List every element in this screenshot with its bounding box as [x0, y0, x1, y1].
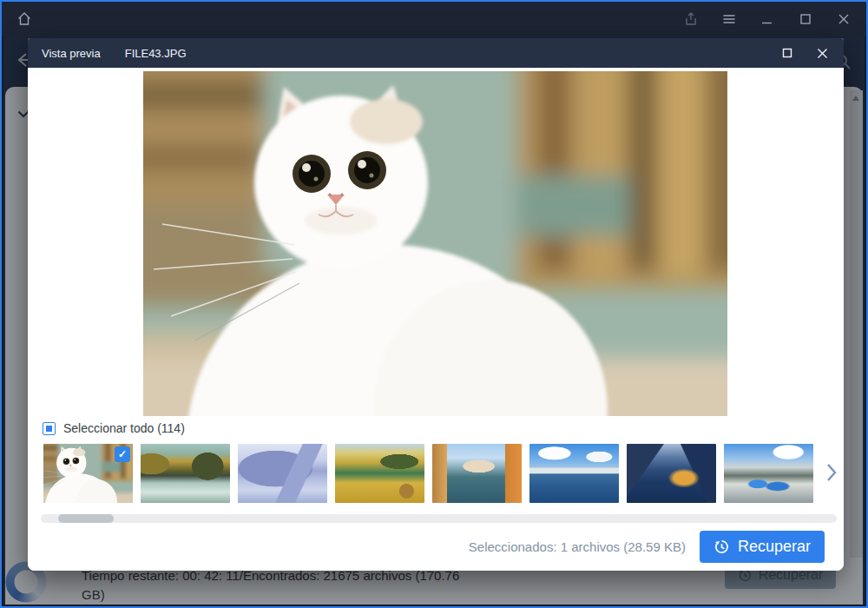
- thumbnail-scrollbar-thumb[interactable]: [58, 514, 114, 523]
- titlebar: [2, 2, 866, 36]
- modal-title: Vista previa: [42, 47, 101, 60]
- menu-icon[interactable]: [720, 10, 738, 28]
- modal-footer: Seleccionados: 1 archivos (28.59 KB) Rec…: [28, 523, 844, 571]
- home-icon[interactable]: [16, 10, 33, 28]
- preview-modal: Vista previa FILE43.JPG Seleccionar todo…: [28, 38, 844, 571]
- recover-button-label: Recuperar: [738, 538, 811, 556]
- share-icon[interactable]: [682, 10, 700, 28]
- restore-icon: [713, 539, 730, 555]
- thumbnails-next-icon[interactable]: [825, 462, 838, 483]
- recover-button[interactable]: Recuperar: [700, 531, 825, 563]
- tuscany-field-thumbnail[interactable]: [335, 444, 424, 503]
- thumbnail-strip: ✓: [43, 444, 813, 503]
- preview-image: [143, 71, 727, 416]
- close-button[interactable]: [835, 10, 852, 28]
- maximize-button[interactable]: [797, 10, 814, 28]
- preview-modal-header: Vista previa FILE43.JPG: [28, 38, 844, 68]
- blurred-harbor-thumbnail[interactable]: [724, 444, 813, 503]
- blue-mountains-thumbnail[interactable]: [238, 444, 327, 503]
- autumn-lake-thumbnail[interactable]: [141, 444, 230, 503]
- select-all-checkbox[interactable]: [43, 422, 56, 435]
- cat-photo-thumbnail[interactable]: ✓: [43, 444, 133, 503]
- thumbnail-scrollbar-track[interactable]: [41, 514, 837, 523]
- night-lakeside-thumbnail[interactable]: [627, 444, 716, 503]
- harbor-town-thumbnail[interactable]: [529, 444, 619, 503]
- select-all-label: Seleccionar todo (114): [63, 421, 185, 435]
- selection-summary: Seleccionados: 1 archivos (28.59 KB): [469, 539, 686, 554]
- cat-preview-photo: [143, 71, 727, 416]
- select-all-row: Seleccionar todo (114): [43, 421, 185, 435]
- minimize-button[interactable]: [759, 10, 776, 28]
- selected-check-badge: ✓: [115, 446, 130, 462]
- venice-canal-thumbnail[interactable]: [432, 444, 522, 503]
- modal-close-button[interactable]: [814, 45, 830, 61]
- app-window: Tiempo restante: 00: 42: 11/Encontrados:…: [0, 0, 868, 608]
- modal-filename: FILE43.JPG: [125, 47, 187, 60]
- modal-maximize-button[interactable]: [779, 45, 795, 61]
